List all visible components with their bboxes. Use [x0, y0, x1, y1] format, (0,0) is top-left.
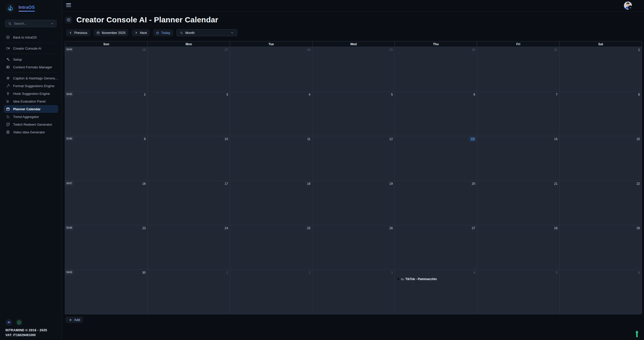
- sidebar-item-idea-evaluation-panel[interactable]: Idea Evaluation Panel: [4, 97, 58, 105]
- calendar-cell[interactable]: W4930: [65, 270, 147, 314]
- sidebar-item-format-suggestions-engine[interactable]: Format Suggestions Engine: [4, 82, 58, 90]
- date-number: 6: [473, 93, 475, 96]
- calendar-cell[interactable]: 26: [312, 225, 395, 270]
- sidebar-item-caption-hashtags-genera[interactable]: Caption & Hashtags Genera…: [4, 74, 58, 82]
- date-number: 25: [307, 226, 310, 230]
- sidebar-item-creator-console-ai[interactable]: Creator Console AI: [4, 44, 58, 52]
- calendar-cell[interactable]: 31: [477, 47, 559, 91]
- hamburger-icon[interactable]: [66, 3, 71, 8]
- calendar-cell[interactable]: 11: [230, 136, 312, 180]
- nav-divider: [4, 43, 58, 43]
- calendar-cell[interactable]: 30: [395, 47, 477, 91]
- next-label: Next: [140, 31, 147, 35]
- sidebar-item-video-idea-generator[interactable]: Video Idea Generator: [4, 128, 58, 136]
- search-input[interactable]: Search...: [5, 20, 57, 27]
- sidebar-item-content-formats-manager[interactable]: Content Formats Manager: [4, 63, 58, 71]
- calendar-cell[interactable]: 15: [559, 136, 642, 180]
- calendar-cell[interactable]: 2: [230, 270, 312, 314]
- date-number: 3: [391, 271, 393, 274]
- current-month-button[interactable]: November 2025: [94, 29, 129, 36]
- calendar-cell[interactable]: 28: [477, 225, 559, 270]
- calendar-cell[interactable]: W4426: [65, 47, 147, 91]
- calendar-cell[interactable]: 10: [147, 136, 230, 180]
- calendar-cell[interactable]: W452: [65, 92, 147, 136]
- today-date-badge: 13: [469, 137, 476, 141]
- arrow-up-icon[interactable]: [635, 330, 639, 337]
- week-number-badge: W47: [65, 181, 74, 186]
- add-button[interactable]: Add: [66, 317, 83, 323]
- plus-icon: [69, 318, 72, 321]
- calendar-cell[interactable]: 22: [559, 181, 642, 225]
- calendar-cell[interactable]: 25: [230, 225, 312, 270]
- calendar-cell[interactable]: 4: [230, 92, 312, 136]
- event-list: 4pTikTok - Pammacchio: [396, 277, 475, 281]
- sidebar-item-planner-calendar[interactable]: Planner Calendar: [4, 105, 58, 113]
- date-number: 24: [225, 226, 228, 230]
- sidebar-item-twitch-redeem-generator[interactable]: Twitch Redeem Generator: [4, 121, 58, 128]
- view-select[interactable]: Month: [176, 29, 237, 36]
- whatsapp-icon[interactable]: [16, 319, 23, 326]
- calendar-cell[interactable]: 8: [559, 92, 642, 136]
- previous-button[interactable]: Previous: [66, 29, 90, 36]
- calendar-cell[interactable]: 27: [147, 47, 230, 91]
- calendar-grid: SunMonTueWedThuFriSat W442627282930311W4…: [65, 41, 642, 314]
- calendar-cell[interactable]: 17: [147, 181, 230, 225]
- calendar-cell[interactable]: 6: [559, 270, 642, 314]
- calendar-cell[interactable]: 27: [395, 225, 477, 270]
- event-title: TikTok - Pammacchio: [405, 277, 437, 281]
- today-button[interactable]: Today: [153, 29, 173, 36]
- calendar-cell[interactable]: 29: [312, 47, 395, 91]
- sidebar-item-trend-aggregator[interactable]: Trend Aggregator: [4, 113, 58, 121]
- calendar-cell[interactable]: 19: [312, 181, 395, 225]
- calendar-cell[interactable]: 5: [312, 92, 395, 136]
- company-line: INTRAMIND © 2016 - 2025: [5, 328, 47, 332]
- date-number: 4: [473, 271, 475, 274]
- calendar-cell[interactable]: W4716: [65, 181, 147, 225]
- date-number: 2: [144, 93, 146, 96]
- back-button[interactable]: [65, 16, 72, 23]
- calendar-cell[interactable]: 14: [477, 136, 559, 180]
- week-number-badge: W46: [65, 136, 74, 141]
- calendar-cell[interactable]: 20: [395, 181, 477, 225]
- calendar-cell[interactable]: 21: [477, 181, 559, 225]
- vat-line: VAT: IT18029491000: [5, 333, 47, 337]
- calendar-event[interactable]: 4pTikTok - Pammacchio: [397, 277, 475, 281]
- calendar-cell[interactable]: 3: [147, 92, 230, 136]
- week-number-badge: W48: [65, 225, 74, 230]
- calendar-cell[interactable]: 3: [312, 270, 395, 314]
- app-logo[interactable]: IntraOS: [0, 0, 62, 13]
- calendar-cell[interactable]: 28: [230, 47, 312, 91]
- sidebar-item-hook-suggestion-engine[interactable]: Hook Suggestion Engine: [4, 90, 58, 97]
- sidebar-item-label: Hook Suggestion Engine: [13, 92, 50, 96]
- calendar-cell[interactable]: W4823: [65, 225, 147, 270]
- calendar-cell[interactable]: 18: [230, 181, 312, 225]
- calendar-cell[interactable]: 6: [395, 92, 477, 136]
- calendar-cell[interactable]: 13: [395, 136, 477, 180]
- topbar: [62, 0, 644, 12]
- sidebar-item-back-to-intraos[interactable]: Back to IntraOS: [4, 33, 58, 41]
- calendar-cell[interactable]: 1: [147, 270, 230, 314]
- calendar-week-row-w46: W469101112131415: [65, 136, 642, 180]
- calendar-cell[interactable]: 5: [477, 270, 559, 314]
- week-number-badge: W49: [65, 270, 74, 275]
- calendar-week-row-w47: W4716171819202122: [65, 181, 642, 225]
- date-number: 10: [225, 137, 228, 141]
- sidebar-item-label: Planner Calendar: [13, 107, 41, 111]
- calendar-cell[interactable]: 29: [559, 225, 642, 270]
- search-placeholder: Search...: [14, 22, 48, 25]
- day-header-sat: Sat: [559, 41, 642, 47]
- calendar-cell[interactable]: 1: [559, 47, 642, 91]
- calendar-cell[interactable]: 24: [147, 225, 230, 270]
- next-button[interactable]: Next: [132, 29, 150, 36]
- date-number: 18: [307, 182, 310, 186]
- discord-icon[interactable]: [5, 319, 12, 326]
- calendar-cell[interactable]: 12: [312, 136, 395, 180]
- calendar-cell[interactable]: 7: [477, 92, 559, 136]
- app-name: IntraOS: [19, 5, 35, 10]
- calendar-cell[interactable]: W469: [65, 136, 147, 180]
- user-avatar[interactable]: [624, 2, 632, 10]
- lightbulb-icon: [6, 91, 10, 96]
- calendar-cell[interactable]: 44pTikTok - Pammacchio: [395, 270, 477, 314]
- sidebar-item-label: Idea Evaluation Panel: [13, 99, 46, 103]
- sidebar-item-setup[interactable]: Setup: [4, 56, 58, 63]
